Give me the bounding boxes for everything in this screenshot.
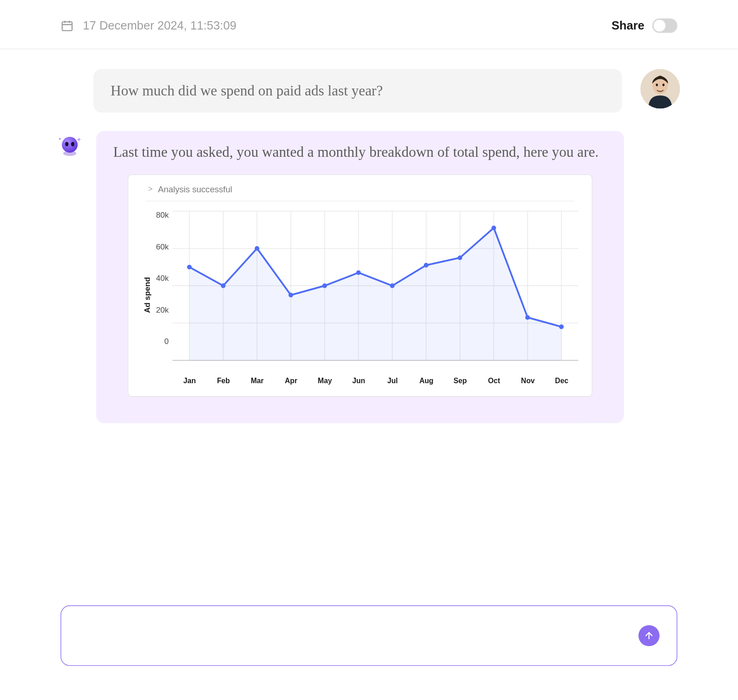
chart-xaxis: Jan Feb Mar Apr May Jun Jul Aug Sep Oct [173,376,578,384]
send-button[interactable] [638,625,660,647]
ytick: 80k [156,210,169,219]
xtick: Jun [342,376,375,384]
user-avatar[interactable] [640,69,680,109]
ai-message-row: Last time you asked, you wanted a monthl… [58,131,680,423]
svg-point-12 [59,138,60,139]
xtick: Nov [511,376,545,384]
svg-point-40 [492,225,496,230]
svg-point-6 [656,83,658,86]
ai-message-text: Last time you asked, you wanted a monthl… [113,142,607,163]
svg-point-36 [357,270,361,275]
xtick: Mar [240,376,274,384]
svg-point-34 [289,293,293,297]
xtick: Jan [173,376,206,384]
ytick: 20k [156,305,169,314]
user-message-bubble: How much did we spend on paid ads last y… [94,69,622,113]
svg-point-41 [525,315,530,320]
chart-yaxis: 80k 60k 40k 20k 0 [153,205,173,359]
user-message-text: How much did we spend on paid ads last y… [111,82,383,99]
message-input-bar[interactable] [60,605,677,666]
xtick: Dec [545,376,578,384]
share-control: Share [612,18,678,33]
xtick: Oct [477,376,511,384]
ytick: 60k [156,242,169,251]
ytick: 0 [164,337,169,346]
svg-point-33 [255,246,260,251]
session-timestamp: 17 December 2024, 11:53:09 [83,19,237,33]
xtick: Apr [274,376,308,384]
chart-card: > Analysis successful Ad spend 80k 60k 4… [128,174,592,397]
xtick: Sep [443,376,477,384]
user-message-row: How much did we spend on paid ads last y… [94,69,680,113]
xtick: Jul [375,376,409,384]
xtick: May [308,376,342,384]
svg-rect-0 [62,22,72,30]
share-toggle[interactable] [652,18,677,33]
share-toggle-knob [654,20,666,32]
xtick: Aug [410,376,443,384]
svg-point-42 [559,324,564,329]
calendar-icon [60,19,74,32]
message-input[interactable] [78,629,628,642]
svg-point-9 [62,137,77,153]
chart-ylabel: Ad spend [142,205,154,384]
svg-point-31 [187,265,192,269]
xtick: Feb [207,376,240,384]
svg-point-32 [221,283,226,288]
svg-point-7 [662,83,665,86]
header-meta: 17 December 2024, 11:53:09 [60,19,236,33]
chart-plot-area: Ad spend 80k 60k 40k 20k 0 [142,205,579,384]
arrow-up-icon [644,630,655,641]
ai-avatar-icon [58,134,82,157]
svg-point-10 [65,142,68,147]
svg-point-37 [390,283,395,288]
chart-status-text: Analysis successful [158,184,232,194]
share-label: Share [612,19,644,33]
svg-point-35 [322,283,327,288]
chart-status-row[interactable]: > Analysis successful [145,184,574,201]
ai-message-bubble: Last time you asked, you wanted a monthl… [96,131,624,423]
page-header: 17 December 2024, 11:53:09 Share [0,0,738,49]
avatar-illustration [640,69,680,109]
chevron-right-icon: > [148,184,153,194]
svg-point-39 [458,255,463,260]
ytick: 40k [156,273,169,283]
chart-plot [173,205,578,375]
svg-point-11 [71,142,74,147]
svg-point-38 [424,263,429,267]
